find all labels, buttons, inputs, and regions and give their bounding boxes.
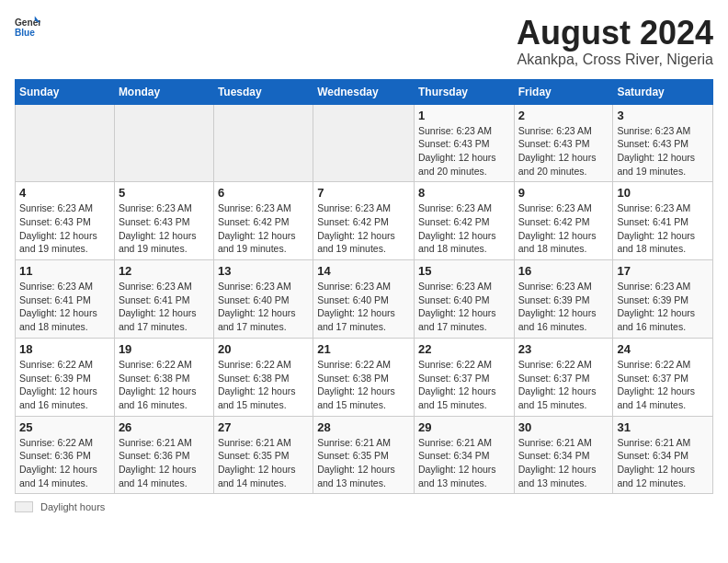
- calendar-cell: 23Sunrise: 6:22 AM Sunset: 6:37 PM Dayli…: [514, 338, 613, 416]
- day-info: Sunrise: 6:23 AM Sunset: 6:41 PM Dayligh…: [19, 280, 110, 334]
- day-number: 18: [19, 342, 110, 356]
- logo-icon: General Blue: [15, 15, 40, 40]
- calendar-header-row: SundayMondayTuesdayWednesdayThursdayFrid…: [16, 79, 713, 104]
- day-info: Sunrise: 6:23 AM Sunset: 6:42 PM Dayligh…: [218, 201, 309, 256]
- logo: General Blue: [15, 15, 40, 40]
- calendar-cell: 9Sunrise: 6:23 AM Sunset: 6:42 PM Daylig…: [514, 182, 613, 260]
- calendar-cell: 14Sunrise: 6:23 AM Sunset: 6:40 PM Dayli…: [313, 260, 415, 339]
- day-info: Sunrise: 6:23 AM Sunset: 6:43 PM Dayligh…: [617, 124, 709, 178]
- calendar-cell: 4Sunrise: 6:23 AM Sunset: 6:43 PM Daylig…: [16, 182, 115, 260]
- day-number: 28: [317, 420, 410, 434]
- calendar-cell: [213, 104, 313, 182]
- calendar-cell: 28Sunrise: 6:21 AM Sunset: 6:35 PM Dayli…: [313, 416, 415, 494]
- calendar-cell: [313, 104, 415, 182]
- day-info: Sunrise: 6:22 AM Sunset: 6:38 PM Dayligh…: [218, 358, 309, 412]
- day-info: Sunrise: 6:23 AM Sunset: 6:41 PM Dayligh…: [119, 280, 210, 334]
- calendar-cell: 10Sunrise: 6:23 AM Sunset: 6:41 PM Dayli…: [613, 182, 713, 260]
- calendar-week-row: 1Sunrise: 6:23 AM Sunset: 6:43 PM Daylig…: [16, 104, 713, 182]
- calendar-cell: 30Sunrise: 6:21 AM Sunset: 6:34 PM Dayli…: [514, 416, 613, 494]
- page-title: August 2024: [517, 15, 713, 52]
- day-info: Sunrise: 6:23 AM Sunset: 6:42 PM Dayligh…: [418, 201, 510, 256]
- daylight-label: Daylight hours: [40, 501, 105, 512]
- calendar-day-header: Wednesday: [313, 79, 415, 104]
- day-info: Sunrise: 6:23 AM Sunset: 6:40 PM Dayligh…: [317, 280, 410, 334]
- page-subtitle: Akankpa, Cross River, Nigeria: [517, 52, 713, 68]
- calendar-day-header: Friday: [514, 79, 613, 104]
- day-info: Sunrise: 6:23 AM Sunset: 6:40 PM Dayligh…: [218, 280, 309, 334]
- day-number: 26: [119, 420, 210, 434]
- day-info: Sunrise: 6:23 AM Sunset: 6:39 PM Dayligh…: [518, 280, 609, 334]
- day-number: 25: [19, 420, 110, 434]
- day-info: Sunrise: 6:23 AM Sunset: 6:43 PM Dayligh…: [119, 201, 210, 256]
- day-number: 21: [317, 342, 410, 356]
- day-info: Sunrise: 6:23 AM Sunset: 6:43 PM Dayligh…: [418, 124, 510, 178]
- day-number: 24: [617, 342, 709, 356]
- svg-text:Blue: Blue: [15, 28, 35, 38]
- day-info: Sunrise: 6:22 AM Sunset: 6:37 PM Dayligh…: [518, 358, 609, 412]
- calendar-week-row: 4Sunrise: 6:23 AM Sunset: 6:43 PM Daylig…: [16, 182, 713, 260]
- calendar-table: SundayMondayTuesdayWednesdayThursdayFrid…: [15, 79, 713, 495]
- calendar-cell: 17Sunrise: 6:23 AM Sunset: 6:39 PM Dayli…: [613, 260, 713, 339]
- calendar-week-row: 25Sunrise: 6:22 AM Sunset: 6:36 PM Dayli…: [16, 416, 713, 494]
- day-info: Sunrise: 6:22 AM Sunset: 6:36 PM Dayligh…: [19, 436, 110, 490]
- calendar-cell: 19Sunrise: 6:22 AM Sunset: 6:38 PM Dayli…: [114, 338, 213, 416]
- day-number: 20: [218, 342, 309, 356]
- day-number: 13: [218, 264, 309, 278]
- calendar-cell: 3Sunrise: 6:23 AM Sunset: 6:43 PM Daylig…: [613, 104, 713, 182]
- day-number: 2: [518, 109, 609, 122]
- calendar-cell: 18Sunrise: 6:22 AM Sunset: 6:39 PM Dayli…: [16, 338, 115, 416]
- day-info: Sunrise: 6:22 AM Sunset: 6:37 PM Dayligh…: [418, 358, 510, 412]
- day-info: Sunrise: 6:23 AM Sunset: 6:41 PM Dayligh…: [617, 201, 709, 256]
- title-area: August 2024 Akankpa, Cross River, Nigeri…: [517, 15, 713, 68]
- day-info: Sunrise: 6:23 AM Sunset: 6:42 PM Dayligh…: [518, 201, 609, 256]
- day-number: 27: [218, 420, 309, 434]
- day-number: 30: [518, 420, 609, 434]
- day-number: 12: [119, 264, 210, 278]
- calendar-day-header: Saturday: [613, 79, 713, 104]
- day-info: Sunrise: 6:22 AM Sunset: 6:38 PM Dayligh…: [119, 358, 210, 412]
- day-info: Sunrise: 6:21 AM Sunset: 6:34 PM Dayligh…: [617, 436, 709, 490]
- day-info: Sunrise: 6:22 AM Sunset: 6:37 PM Dayligh…: [617, 358, 709, 412]
- calendar-cell: 31Sunrise: 6:21 AM Sunset: 6:34 PM Dayli…: [613, 416, 713, 494]
- calendar-cell: 15Sunrise: 6:23 AM Sunset: 6:40 PM Dayli…: [414, 260, 514, 339]
- calendar-day-header: Tuesday: [213, 79, 313, 104]
- day-info: Sunrise: 6:21 AM Sunset: 6:36 PM Dayligh…: [119, 436, 210, 490]
- calendar-cell: [16, 104, 115, 182]
- day-number: 29: [418, 420, 510, 434]
- calendar-cell: 16Sunrise: 6:23 AM Sunset: 6:39 PM Dayli…: [514, 260, 613, 339]
- day-number: 11: [19, 264, 110, 278]
- day-info: Sunrise: 6:21 AM Sunset: 6:34 PM Dayligh…: [518, 436, 609, 490]
- day-number: 10: [617, 186, 709, 200]
- day-number: 31: [617, 420, 709, 434]
- calendar-cell: 8Sunrise: 6:23 AM Sunset: 6:42 PM Daylig…: [414, 182, 514, 260]
- calendar-cell: 27Sunrise: 6:21 AM Sunset: 6:35 PM Dayli…: [213, 416, 313, 494]
- calendar-week-row: 11Sunrise: 6:23 AM Sunset: 6:41 PM Dayli…: [16, 260, 713, 339]
- day-info: Sunrise: 6:22 AM Sunset: 6:39 PM Dayligh…: [19, 358, 110, 412]
- day-number: 7: [317, 186, 410, 200]
- day-number: 14: [317, 264, 410, 278]
- calendar-cell: 13Sunrise: 6:23 AM Sunset: 6:40 PM Dayli…: [213, 260, 313, 339]
- day-info: Sunrise: 6:21 AM Sunset: 6:35 PM Dayligh…: [317, 436, 410, 490]
- day-number: 16: [518, 264, 609, 278]
- day-info: Sunrise: 6:21 AM Sunset: 6:35 PM Dayligh…: [218, 436, 309, 490]
- day-number: 1: [418, 109, 510, 122]
- calendar-cell: 21Sunrise: 6:22 AM Sunset: 6:38 PM Dayli…: [313, 338, 415, 416]
- day-number: 6: [218, 186, 309, 200]
- calendar-day-header: Monday: [114, 79, 213, 104]
- calendar-day-header: Thursday: [414, 79, 514, 104]
- calendar-cell: 24Sunrise: 6:22 AM Sunset: 6:37 PM Dayli…: [613, 338, 713, 416]
- footer: Daylight hours: [15, 501, 713, 512]
- calendar-cell: 22Sunrise: 6:22 AM Sunset: 6:37 PM Dayli…: [414, 338, 514, 416]
- calendar-cell: 25Sunrise: 6:22 AM Sunset: 6:36 PM Dayli…: [16, 416, 115, 494]
- day-info: Sunrise: 6:22 AM Sunset: 6:38 PM Dayligh…: [317, 358, 410, 412]
- calendar-day-header: Sunday: [16, 79, 115, 104]
- daylight-swatch: [15, 501, 33, 512]
- day-info: Sunrise: 6:23 AM Sunset: 6:43 PM Dayligh…: [19, 201, 110, 256]
- header: General Blue August 2024 Akankpa, Cross …: [15, 15, 713, 68]
- calendar-cell: 20Sunrise: 6:22 AM Sunset: 6:38 PM Dayli…: [213, 338, 313, 416]
- day-number: 8: [418, 186, 510, 200]
- day-number: 22: [418, 342, 510, 356]
- day-number: 5: [119, 186, 210, 200]
- day-number: 15: [418, 264, 510, 278]
- calendar-cell: 2Sunrise: 6:23 AM Sunset: 6:43 PM Daylig…: [514, 104, 613, 182]
